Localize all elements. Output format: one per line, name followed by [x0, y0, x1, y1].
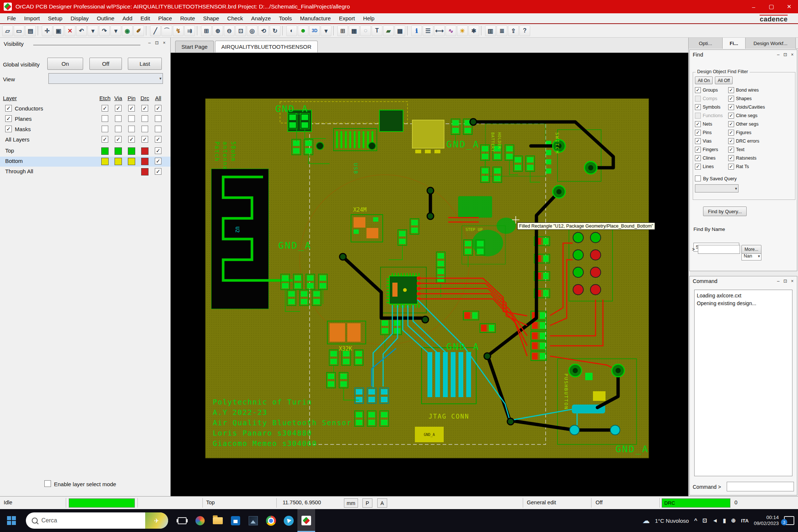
zoom-world-icon[interactable]: ◎: [247, 25, 258, 36]
view-dropdown[interactable]: [48, 73, 163, 84]
all-on-button[interactable]: All On: [695, 76, 713, 84]
through-all-drc-swatch[interactable]: [141, 168, 149, 175]
global-on-button[interactable]: On: [47, 58, 83, 70]
menu-item[interactable]: Analyze: [247, 13, 275, 23]
panel-minimize-icon[interactable]: –: [146, 40, 153, 46]
info-icon[interactable]: ℹ: [411, 25, 422, 36]
global-off-button[interactable]: Off: [89, 58, 122, 70]
bottom-all-checkbox[interactable]: [155, 158, 161, 164]
find-close-icon[interactable]: ×: [789, 51, 795, 58]
filter-checkbox[interactable]: [695, 164, 701, 170]
filter-checkbox[interactable]: [728, 138, 734, 144]
zoom-out-icon[interactable]: ⊖: [224, 25, 235, 36]
export-icon[interactable]: ⇪: [508, 25, 519, 36]
all-layers-via-checkbox[interactable]: [115, 136, 122, 143]
probe-icon[interactable]: ✐: [133, 25, 144, 36]
measure-icon[interactable]: ⟷: [434, 25, 445, 36]
masks-drc-checkbox[interactable]: [141, 126, 148, 132]
highlight-icon[interactable]: ◉: [122, 25, 133, 36]
undo-dropdown-icon[interactable]: ▾: [88, 25, 98, 36]
conductors-pin-checkbox[interactable]: [128, 105, 135, 112]
masks-etch-checkbox[interactable]: [102, 126, 108, 132]
masks-via-checkbox[interactable]: [115, 126, 122, 132]
filter-checkbox[interactable]: [695, 130, 701, 136]
top-all-checkbox[interactable]: [155, 147, 161, 154]
filter-checkbox[interactable]: [728, 130, 734, 136]
menu-item[interactable]: Manufacture: [296, 13, 335, 23]
enable-layer-select-checkbox[interactable]: [44, 480, 51, 487]
zoom-points-icon[interactable]: ⊞: [201, 25, 212, 36]
filter-checkbox[interactable]: [695, 147, 701, 153]
panel-close-icon[interactable]: ×: [161, 40, 167, 46]
through-all-checkbox[interactable]: [155, 168, 161, 175]
network-icon[interactable]: ⊕: [731, 517, 736, 524]
bottom-drc-swatch[interactable]: [141, 158, 149, 165]
command-float-icon[interactable]: ⊡: [782, 278, 788, 284]
layer-row-top[interactable]: Top: [0, 146, 170, 156]
separator[interactable]: [38, 26, 40, 35]
close-button[interactable]: ✕: [780, 0, 798, 13]
chevron-up-icon[interactable]: ^: [694, 517, 698, 524]
group-icon[interactable]: ▩: [395, 25, 405, 36]
add-connect-icon[interactable]: ↯: [173, 25, 184, 36]
menu-item[interactable]: Help: [359, 13, 379, 23]
delete-icon[interactable]: ✕: [65, 25, 75, 36]
menu-item[interactable]: File: [3, 13, 20, 23]
tab-options[interactable]: Opti...: [689, 38, 723, 49]
command-close-icon[interactable]: ×: [789, 278, 795, 284]
conductors-via-checkbox[interactable]: [115, 105, 122, 112]
zoom-fit-icon[interactable]: ⊡: [235, 25, 246, 36]
filter-checkbox[interactable]: [695, 121, 701, 127]
menu-item[interactable]: Place: [154, 13, 176, 23]
design-canvas[interactable]: GND_A GND_A GND_A GND_A GND_A Patch ante…: [171, 53, 688, 496]
find-float-icon[interactable]: ⊡: [782, 51, 788, 58]
copy-icon[interactable]: ▣: [53, 25, 64, 36]
layer-row-bottom[interactable]: Bottom: [0, 157, 170, 167]
all-off-button[interactable]: All Off: [715, 76, 733, 84]
find-by-query-button[interactable]: Find by Query...: [703, 207, 747, 216]
find-minimize-icon[interactable]: –: [775, 51, 781, 58]
top-drc-swatch[interactable]: [141, 147, 149, 155]
all-layers-all-checkbox[interactable]: [155, 136, 161, 143]
filter-checkbox[interactable]: [728, 155, 734, 161]
planes-checkbox[interactable]: [5, 115, 12, 122]
panel-float-icon[interactable]: ⊡: [154, 40, 160, 46]
redraw-icon[interactable]: ↻: [270, 25, 280, 36]
text-icon[interactable]: T: [372, 25, 382, 36]
a-button[interactable]: A: [377, 498, 387, 508]
command-log[interactable]: Loading axlcore.cxtOpening existing desi…: [694, 290, 792, 476]
menu-item[interactable]: Display: [66, 13, 93, 23]
file-explorer-icon[interactable]: [209, 509, 226, 532]
store-icon[interactable]: [226, 509, 244, 532]
zoom-previous-icon[interactable]: ⟲: [258, 25, 269, 36]
waveform-icon[interactable]: ∿: [446, 25, 456, 36]
task-view-icon[interactable]: [173, 509, 191, 532]
filter-checkbox[interactable]: [695, 138, 701, 144]
menu-item[interactable]: Add: [119, 13, 137, 23]
tab-design[interactable]: AIRQUALITYBLUETOOTHSENSOR: [215, 41, 318, 52]
slide-icon[interactable]: ⇉: [184, 25, 195, 36]
separator[interactable]: [333, 26, 335, 35]
shine-icon[interactable]: ☀: [457, 25, 468, 36]
separator[interactable]: [146, 26, 148, 35]
drc-update-icon[interactable]: ☻: [298, 25, 308, 36]
action-center-icon[interactable]: 3: [784, 516, 794, 525]
separator[interactable]: [197, 26, 199, 35]
redo-dropdown-icon[interactable]: ▾: [110, 25, 121, 36]
top-etch-swatch[interactable]: [101, 147, 109, 155]
via-icon[interactable]: ◌: [360, 25, 371, 36]
redo-icon[interactable]: ↷: [99, 25, 110, 36]
units-button[interactable]: mm: [344, 498, 358, 508]
battery-icon[interactable]: ▮: [723, 517, 726, 524]
filter-checkbox[interactable]: [695, 104, 701, 110]
open-design-icon[interactable]: ▭: [14, 25, 24, 36]
conductors-all-checkbox[interactable]: [155, 105, 161, 112]
filter-checkbox[interactable]: [728, 96, 734, 102]
menu-item[interactable]: Import: [20, 13, 44, 23]
separator[interactable]: [481, 26, 483, 35]
shape-add-icon[interactable]: ▰: [383, 25, 394, 36]
layer-column-header[interactable]: Pin: [125, 95, 138, 101]
padstack-icon[interactable]: ▦: [349, 25, 359, 36]
panel-splitter[interactable]: [33, 45, 140, 45]
layers-icon[interactable]: ≣: [497, 25, 507, 36]
